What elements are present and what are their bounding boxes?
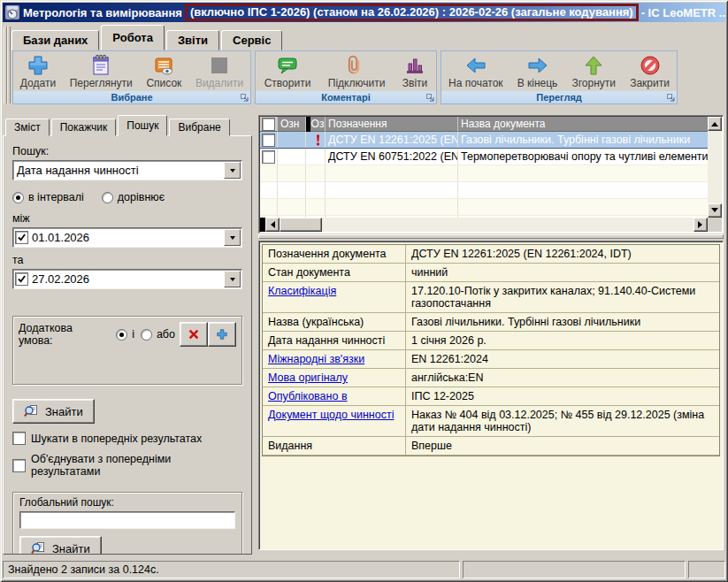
sidebar-tab-favorites[interactable]: Вибране: [169, 119, 229, 136]
detail-value: ІПС 12-2025: [406, 387, 719, 405]
tab-label: Вибране: [178, 121, 220, 134]
radio-equal[interactable]: [102, 192, 113, 203]
table-row-empty: [260, 182, 708, 199]
view-button[interactable]: Переглянути: [65, 53, 137, 90]
row-checkbox[interactable]: [262, 150, 275, 164]
vertical-scrollbar[interactable]: [708, 117, 722, 218]
international-links-link[interactable]: Міжнародні зв'язки: [263, 350, 406, 368]
status-panel-2: [463, 561, 686, 578]
delete-button[interactable]: Видалити: [191, 53, 248, 90]
app-icon: [5, 5, 19, 19]
list-icon: [152, 54, 175, 77]
search-field-select[interactable]: Дата надання чинності: [12, 160, 242, 180]
dropdown-button[interactable]: [224, 162, 241, 179]
ribbon-tab-work[interactable]: Робота: [101, 25, 165, 50]
go-end-button[interactable]: В кінець: [513, 53, 563, 90]
button-label: Створити: [264, 77, 311, 89]
header-name[interactable]: Назва документа: [458, 117, 708, 132]
arrow-right-icon: [526, 54, 549, 77]
ribbon-tab-service[interactable]: Сервіс: [221, 30, 282, 50]
dialog-launcher-icon[interactable]: [667, 94, 675, 102]
collapse-button[interactable]: Згорнути: [567, 53, 620, 90]
ribbon-tab-databases[interactable]: Бази даних: [11, 30, 99, 50]
button-label: Додати: [20, 77, 56, 89]
header-mark1[interactable]: Озн: [278, 117, 306, 132]
tab-label: Сервіс: [233, 34, 271, 47]
search-field-value: Дата надання чинності: [13, 164, 223, 177]
validity-document-link[interactable]: Документ щодо чинності: [263, 406, 406, 436]
header-mark2[interactable]: Оз: [310, 117, 326, 132]
dropdown-button[interactable]: [224, 229, 241, 246]
table-row[interactable]: ДСТУ EN 12261:2025 (EN Газові лічильники…: [260, 132, 708, 149]
scrollbar-thumb[interactable]: [280, 218, 322, 232]
date-to-combo[interactable]: 27.02.2026: [12, 269, 242, 289]
classification-link[interactable]: Класифікація: [263, 282, 406, 312]
row-designation: ДСТУ EN 12261:2025 (EN: [326, 132, 458, 148]
dropdown-button[interactable]: [224, 271, 241, 287]
panel-splitter[interactable]: [258, 234, 724, 239]
table-row[interactable]: ДСТУ EN 60751:2022 (EN Термоперетворювач…: [260, 149, 708, 165]
radio-and[interactable]: [116, 329, 127, 341]
global-find-button[interactable]: Знайти: [19, 536, 102, 555]
title-bar: Метрологія та вимірювання (включно ІПС 1…: [3, 3, 725, 22]
results-list-body: Озн Оз Позначення Назва документа ДСТУ E…: [260, 117, 708, 218]
scroll-right-button[interactable]: [694, 218, 708, 232]
radio-equal-label: дорівнює: [118, 191, 165, 203]
status-bar: Знайдено 2 записи за 0.124с.: [3, 561, 725, 578]
date-from-combo[interactable]: 01.01.2026: [12, 227, 242, 248]
search-field-label: Пошук:: [12, 145, 242, 157]
merge-previous-checkbox[interactable]: [12, 459, 26, 472]
sidebar-tab-search[interactable]: Пошук: [118, 115, 167, 136]
chevron-down-icon: [230, 236, 235, 242]
plus-icon: [216, 328, 228, 341]
tab-label: Звіти: [178, 34, 208, 47]
radio-interval[interactable]: [12, 192, 24, 203]
select-all-checkbox[interactable]: [262, 118, 275, 131]
global-search-input[interactable]: [19, 511, 235, 529]
list-button[interactable]: Список: [142, 53, 186, 90]
add-button[interactable]: Додати: [16, 53, 60, 90]
header-designation[interactable]: Позначення: [326, 117, 458, 132]
add-plus-icon: [27, 54, 50, 77]
triangle-right-icon: [698, 221, 706, 228]
tab-label: Бази даних: [23, 34, 88, 47]
scroll-up-button[interactable]: [708, 117, 722, 131]
date-from-checkbox[interactable]: [15, 231, 28, 244]
search-previous-label: Шукати в попередніх результатах: [31, 433, 202, 445]
go-start-button[interactable]: На початок: [444, 53, 508, 90]
sidebar-tab-index[interactable]: Покажчик: [51, 119, 117, 136]
attach-button[interactable]: Підключити: [324, 53, 390, 90]
sidebar-tab-contents[interactable]: Зміст: [5, 119, 50, 136]
find-button-label: Знайти: [45, 405, 83, 418]
button-label: Звіти: [402, 77, 428, 89]
row-checkbox[interactable]: [262, 134, 275, 147]
remove-condition-button[interactable]: [180, 322, 208, 347]
ribbon-tab-reports[interactable]: Звіти: [166, 30, 219, 50]
horizontal-scrollbar[interactable]: [260, 218, 708, 232]
find-button[interactable]: Знайти: [12, 399, 95, 424]
date-to-checkbox[interactable]: [15, 272, 28, 286]
triangle-left-icon: [267, 221, 275, 228]
original-language-link[interactable]: Мова оригіналу: [263, 369, 406, 387]
search-previous-checkbox[interactable]: [12, 432, 26, 445]
radio-or[interactable]: [141, 329, 152, 341]
scroll-down-button[interactable]: [708, 203, 722, 218]
add-condition-button[interactable]: [208, 322, 236, 347]
dialog-launcher-icon[interactable]: [426, 94, 434, 102]
search-icon: [31, 541, 45, 555]
extra-condition-label: Додаткова умова:: [19, 322, 108, 347]
comment-reports-button[interactable]: Звіти: [398, 53, 433, 90]
dialog-launcher-icon[interactable]: [241, 94, 249, 102]
close-document-button[interactable]: Закрити: [625, 53, 674, 90]
detail-label: Стан документа: [263, 264, 406, 281]
header-select-all[interactable]: [260, 117, 278, 132]
published-in-link[interactable]: Опубліковано в: [263, 387, 406, 405]
toolbar-grip[interactable]: [7, 27, 11, 103]
window-title-suffix: - IC LeoMETR ...: [641, 6, 725, 19]
scroll-left-button[interactable]: [265, 218, 280, 232]
detail-row: Опубліковано в ІПС 12-2025: [263, 387, 719, 406]
date-to-value: 27.02.2026: [28, 272, 223, 286]
create-comment-button[interactable]: Створити: [260, 53, 316, 90]
chevron-down-icon: [230, 278, 235, 284]
row-name: Термоперетворювачі опору та чутливі елем…: [458, 149, 708, 165]
